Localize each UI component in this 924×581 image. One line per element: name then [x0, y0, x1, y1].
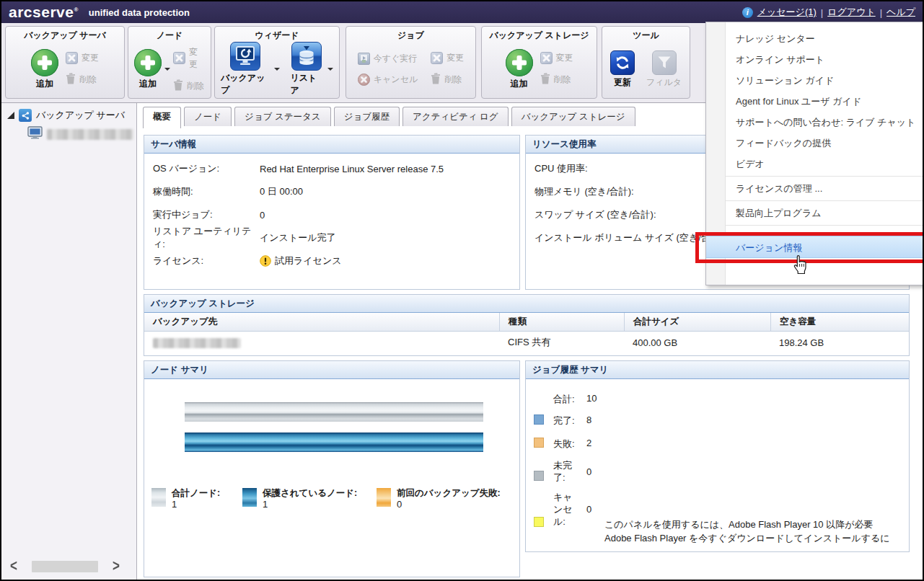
modify-icon — [431, 52, 443, 64]
run-now-icon — [358, 53, 370, 65]
legend-total-nodes: 合計ノード:1 — [151, 488, 220, 510]
restore-wizard-icon — [291, 42, 322, 71]
job-cancel-button[interactable]: キャンセル — [358, 74, 418, 86]
menu-item-online-support[interactable]: オンライン サポート — [706, 49, 924, 70]
add-plus-icon — [506, 49, 533, 76]
job-total-value: 10 — [586, 393, 597, 404]
tab-strip: 概要 ノード ジョブ ステータス ジョブ履歴 アクティビティ ログ バックアップ… — [143, 107, 638, 128]
logout-link[interactable]: ログアウト — [827, 6, 876, 19]
job-delete-button[interactable]: 削除 — [431, 73, 464, 87]
node-add-button[interactable]: 追加 — [134, 49, 162, 90]
total-nodes-swatch — [151, 488, 166, 507]
tree-expander-icon[interactable] — [7, 112, 14, 119]
job-failed-value: 2 — [586, 438, 591, 448]
menu-item-solution-guide[interactable]: ソリューション ガイド — [706, 70, 924, 91]
menu-item-user-guide[interactable]: Agent for Linux ユーザ ガイド — [706, 91, 924, 112]
restore-wizard-caret-icon[interactable] — [327, 68, 333, 74]
tab-nodes[interactable]: ノード — [184, 107, 232, 126]
node-delete-button[interactable]: 削除 — [173, 79, 205, 93]
menu-item-product-improvement[interactable]: 製品向上プログラム — [706, 203, 924, 223]
help-dropdown-menu: ナレッジ センター オンライン サポート ソリューション ガイド Agent f… — [705, 22, 924, 285]
message-info-icon[interactable]: i — [742, 7, 753, 18]
add-plus-icon — [31, 49, 58, 76]
backup-storage-delete-button[interactable]: 削除 — [540, 73, 573, 87]
done-swatch — [534, 414, 544, 425]
backup-server-modify-button[interactable]: 変更 — [66, 52, 99, 64]
server-group-icon — [19, 109, 32, 122]
tab-overview[interactable]: 概要 — [143, 107, 181, 128]
menu-separator — [710, 176, 924, 177]
running-jobs-value: 0 — [260, 210, 265, 221]
help-link[interactable]: ヘルプ — [886, 6, 915, 19]
group-job: ジョブ 今すぐ実行 キャンセル — [346, 26, 476, 99]
backup-storage-modify-button[interactable]: 変更 — [540, 52, 573, 64]
backup-storage-add-button[interactable]: 追加 — [506, 49, 533, 90]
job-modify-button[interactable]: 変更 — [431, 52, 464, 64]
scroll-right-icon[interactable]: > — [113, 559, 120, 575]
node-modify-button[interactable]: 変更 — [173, 46, 205, 71]
install-volume-label: インストール ボリューム サイズ (空き/合計): — [534, 231, 726, 244]
backup-server-add-button[interactable]: 追加 — [31, 49, 58, 90]
tools-filter-button[interactable]: フィルタ — [646, 50, 682, 89]
column-free-space[interactable]: 空き容量 — [770, 313, 909, 331]
group-title: バックアップ ストレージ — [482, 27, 597, 42]
filter-icon — [652, 50, 677, 75]
backup-wizard-caret-icon[interactable] — [274, 68, 280, 74]
sidebar-item-server-node[interactable] — [1, 122, 136, 142]
group-title: ノード — [128, 27, 211, 42]
tab-backup-storage[interactable]: バックアップ ストレージ — [511, 107, 635, 126]
scroll-left-icon[interactable]: < — [10, 559, 17, 575]
license-label: ライセンス: — [153, 254, 260, 267]
node-add-caret-icon[interactable] — [164, 68, 170, 74]
sidebar-item-backup-server[interactable]: バックアップ サーバ — [1, 103, 136, 122]
legend-last-backup-failed: 前回のバックアップ失敗:0 — [377, 488, 501, 510]
wizard-backup-button[interactable]: バックアップ — [221, 42, 270, 97]
group-node: ノード 追加 変更 削除 — [128, 26, 211, 99]
group-wizard: ウィザード バックアップ — [214, 26, 340, 99]
scrollbar-thumb[interactable] — [32, 561, 98, 572]
link-separator: | — [880, 7, 882, 18]
tab-job-history[interactable]: ジョブ履歴 — [334, 107, 400, 126]
group-title: ジョブ — [346, 27, 475, 42]
menu-separator — [710, 200, 924, 201]
group-backup-server: バックアップ サーバ 追加 変更 削除 — [5, 26, 125, 99]
flash-notice-line2[interactable]: Adobe Flash Player を今すぐダウンロードしてインストールするに — [604, 531, 890, 545]
refresh-icon — [610, 50, 635, 75]
app-window: arcserve® unified data protection i メッセー… — [0, 0, 924, 581]
menu-item-version-info[interactable]: バージョン情報 — [706, 236, 924, 258]
messages-link[interactable]: メッセージ(1) — [757, 6, 817, 19]
group-title: バックアップ サーバ — [6, 27, 124, 42]
node-summary-panel: ノード サマリ 合計ノード:1 保護されているノード:1 前回のバックアップ失敗… — [144, 360, 520, 577]
menu-item-feedback[interactable]: フィードバックの提供 — [706, 133, 924, 154]
tab-activity-log[interactable]: アクティビティ ログ — [402, 107, 509, 126]
header-links: i メッセージ(1) | ログアウト | ヘルプ — [742, 6, 915, 19]
wizard-restore-button[interactable]: リストア — [290, 42, 323, 97]
backup-storage-panel: バックアップ ストレージ バックアップ先 種類 合計サイズ 空き容量 CIFS … — [144, 294, 910, 356]
column-destination[interactable]: バックアップ先 — [144, 313, 499, 331]
backup-server-delete-button[interactable]: 削除 — [66, 73, 99, 87]
menu-item-videos[interactable]: ビデオ — [706, 154, 924, 174]
backup-wizard-icon — [230, 42, 260, 71]
menu-item-live-chat[interactable]: サポートへの問い合わせ: ライブ チャット — [706, 112, 924, 133]
restore-utility-label: リストア ユーティリティ: — [153, 225, 260, 251]
incomplete-swatch — [534, 471, 544, 481]
tools-refresh-button[interactable]: 更新 — [610, 50, 635, 89]
menu-item-manage-licenses[interactable]: ライセンスの管理 ... — [706, 178, 924, 199]
add-plus-icon — [134, 49, 162, 76]
failed-swatch — [534, 438, 544, 448]
flash-player-notice: このパネルを使用するには、Adobe Flash Player 10 以降が必要… — [604, 518, 890, 545]
last-backup-failed-swatch — [377, 488, 391, 507]
column-type[interactable]: 種類 — [499, 313, 624, 331]
total-nodes-bar — [185, 402, 483, 422]
canceled-swatch — [534, 517, 544, 527]
warning-icon — [260, 255, 271, 267]
menu-item-knowledge-center[interactable]: ナレッジ センター — [706, 28, 924, 49]
job-run-now-button[interactable]: 今すぐ実行 — [358, 53, 418, 65]
tab-job-status[interactable]: ジョブ ステータス — [234, 107, 331, 126]
sidebar-item-label: バックアップ サーバ — [36, 109, 125, 122]
table-header-row: バックアップ先 種類 合計サイズ 空き容量 — [144, 313, 909, 332]
table-row[interactable]: CIFS 共有 400.00 GB 198.24 GB — [144, 332, 909, 353]
swap-label: スワップ サイズ (空き/合計): — [534, 208, 656, 221]
column-total-size[interactable]: 合計サイズ — [624, 313, 770, 331]
trash-icon — [540, 73, 550, 87]
